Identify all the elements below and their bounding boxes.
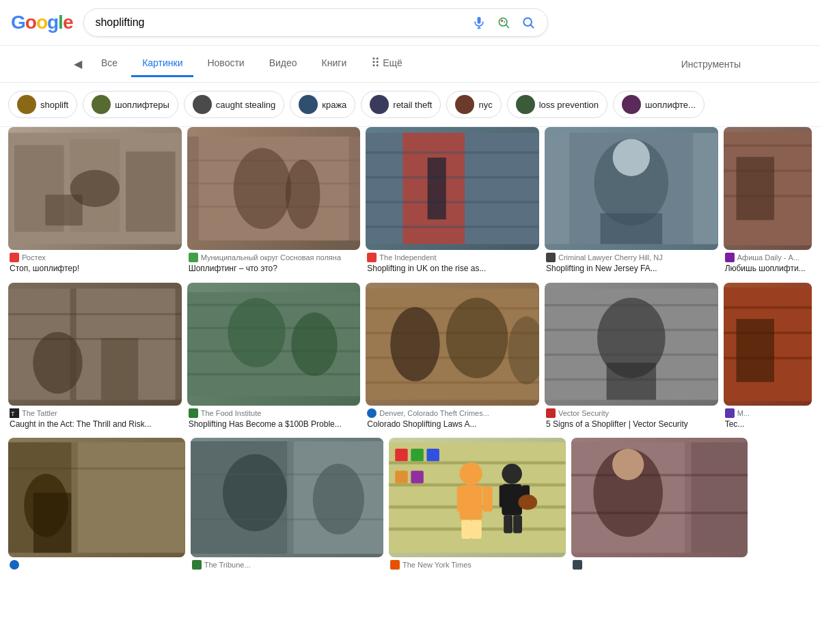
svg-point-109 [518,495,537,510]
image-item-8[interactable]: Denver, Colorado Theft Crimes... Colorad… [366,283,539,433]
svg-rect-23 [366,152,539,154]
chip-retail-theft[interactable]: retail theft [361,91,441,118]
search-bar [83,8,548,37]
chip-krazha[interactable]: кража [290,91,355,118]
chip-loss-prevention[interactable]: loss prevention [507,91,607,118]
svg-point-53 [291,312,338,376]
svg-rect-51 [187,373,361,375]
svg-line-4 [506,25,509,27]
svg-rect-37 [736,157,774,220]
image-item-4[interactable]: Criminal Lawyer Cherry Hill, NJ Shoplift… [545,127,718,277]
svg-rect-42 [101,338,138,400]
image-placeholder-11 [8,438,185,557]
svg-rect-44 [8,338,182,340]
chip-shoplifters-ru[interactable]: шоплифтеры [83,91,178,118]
header: Google [0,0,820,46]
svg-point-60 [446,298,508,378]
tab-images[interactable]: Картинки [131,51,193,77]
source-name-13: The New York Times [402,561,472,569]
image-item-2[interactable]: Муниципальный округ Сосновая поляна Шопл… [187,127,361,277]
tab-news[interactable]: Новости [196,51,255,77]
svg-rect-27 [428,158,446,220]
tab-all[interactable]: Все [90,51,128,77]
source-title-4: Shoplifting in New Jersey FA... [545,264,718,277]
lens-search-button[interactable] [495,14,512,31]
image-item-1[interactable]: Ростех Стоп, шоплифтер! [8,127,182,277]
source-title-6: Caught in the Act: The Thrill and Risk..… [8,419,182,433]
svg-rect-76 [78,443,185,553]
chip-label: шоплифте... [645,100,696,110]
svg-point-5 [501,20,503,22]
search-button[interactable] [520,14,536,31]
svg-rect-114 [571,474,748,477]
voice-search-button[interactable] [471,14,487,31]
svg-rect-96 [411,471,423,483]
source-title-1: Стоп, шоплифтер! [8,264,182,277]
source-row-14 [571,557,748,571]
svg-rect-112 [691,443,748,553]
image-item-10[interactable]: M... Tec... [724,283,812,433]
image-row-2: T The Tattler Caught in the Act: The Thr… [8,283,812,433]
image-item-13[interactable]: The New York Times [389,438,566,571]
source-favicon-6: T [10,408,19,418]
image-placeholder-9 [545,283,718,406]
source-row-2: Муниципальный округ Сосновая поляна [187,250,361,264]
chip-label: caught stealing [216,100,275,110]
image-item-6[interactable]: T The Tattler Caught in the Act: The Thr… [8,283,182,433]
image-item-7[interactable]: The Food Institute Shoplifting Has Becom… [187,283,361,433]
tab-more[interactable]: ⠿ Ещё [360,48,413,79]
search-input[interactable] [95,16,465,29]
source-row-5: Афиша Daily - А... [724,250,812,264]
svg-point-116 [612,449,644,480]
svg-rect-99 [457,487,467,512]
image-item-11[interactable] [8,438,185,571]
chip-nyc[interactable]: nyc [446,91,501,118]
svg-rect-95 [395,471,407,483]
chip-shoplifting-more[interactable]: шоплифте... [613,91,705,118]
source-favicon-12 [192,560,202,570]
source-name-10: M... [737,409,750,417]
source-name-1: Ростех [22,253,46,262]
image-item-3[interactable]: The Independent Shoplifting in UK on the… [366,127,539,277]
tab-back-button[interactable]: ◀ [68,51,87,77]
svg-rect-55 [366,307,539,309]
image-placeholder-4 [545,127,718,250]
image-row-1: Ростех Стоп, шоплифтер! Муниципальный [8,127,812,277]
svg-point-52 [228,298,286,367]
chip-label: loss prevention [539,100,599,110]
svg-rect-79 [8,468,185,470]
chip-label: шоплифтеры [115,100,169,110]
source-row-1: Ростех [8,250,182,264]
tab-books[interactable]: Книги [311,51,358,77]
svg-line-7 [531,25,534,28]
image-item-9[interactable]: Vector Security 5 Signs of a Shoplifter … [545,283,718,433]
source-row-4: Criminal Lawyer Cherry Hill, NJ [545,250,718,264]
chip-label: кража [322,100,346,110]
image-item-5[interactable]: Афиша Daily - А... Любишь шоплифти... [724,127,812,277]
svg-rect-25 [366,201,539,204]
chip-caught-stealing[interactable]: caught stealing [184,91,284,118]
chip-shoplift[interactable]: shoplift [8,91,77,118]
source-title-10: Tec... [724,419,812,433]
image-placeholder-3 [366,127,539,250]
source-row-3: The Independent [366,250,539,264]
tools-button[interactable]: Инструменты [670,52,752,76]
more-dots-icon: ⠿ [371,55,380,70]
image-placeholder-1 [8,127,182,250]
google-logo[interactable]: Google [11,12,72,33]
source-name-9: Vector Security [558,409,609,417]
search-icons [471,14,536,31]
source-row-13: The New York Times [389,557,566,571]
source-row-6: T The Tattler [8,406,182,419]
svg-rect-73 [736,319,774,382]
source-favicon-14 [573,560,582,570]
image-placeholder-7 [187,283,361,406]
image-item-12[interactable]: The Tribune... [191,438,383,571]
tab-video[interactable]: Видео [258,51,308,77]
image-item-14[interactable] [571,438,748,571]
source-favicon-11 [10,560,19,570]
source-row-10: M... [724,406,812,419]
svg-rect-24 [366,176,539,179]
image-placeholder-14 [571,438,748,557]
svg-rect-108 [513,516,522,533]
